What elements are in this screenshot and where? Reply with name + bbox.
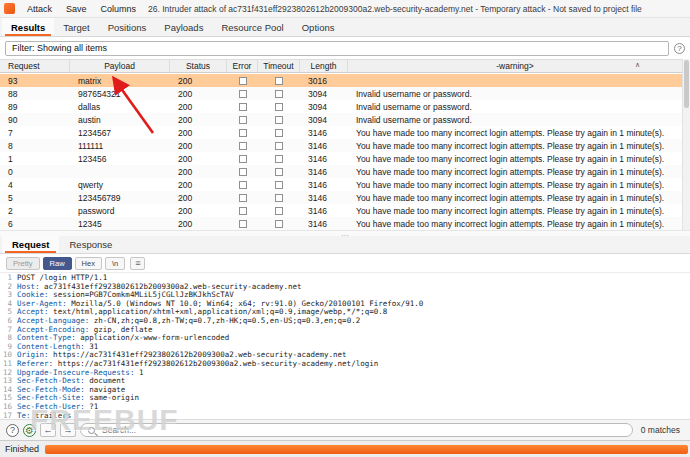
cell-length: 3146 [300, 193, 348, 203]
tab-response[interactable]: Response [59, 236, 122, 253]
cell-tim [258, 180, 300, 190]
next-match-button[interactable]: → [60, 423, 76, 437]
help-circle-icon[interactable]: ? [6, 424, 19, 437]
cell-request: 5 [0, 193, 70, 203]
cell-err [227, 89, 258, 99]
column-header-length[interactable]: Length [300, 60, 348, 72]
table-row[interactable]: 11234562003146You have made too many inc… [0, 152, 682, 165]
error-checkbox[interactable] [239, 168, 247, 176]
timeout-checkbox[interactable] [275, 103, 283, 111]
error-checkbox[interactable] [239, 220, 247, 228]
tab-payloads[interactable]: Payloads [155, 18, 212, 36]
raw-button[interactable]: Raw [43, 257, 72, 270]
timeout-checkbox[interactable] [275, 168, 283, 176]
timeout-checkbox[interactable] [275, 155, 283, 163]
sort-ascending-icon[interactable]: ∧ [635, 61, 640, 69]
newline-toggle-button[interactable]: \n [105, 257, 125, 270]
cell-warning: You have made too many incorrect login a… [348, 128, 682, 138]
cell-request: 8 [0, 141, 70, 151]
timeout-checkbox[interactable] [275, 77, 283, 85]
table-row[interactable]: 889876543212003094Invalid username or pa… [0, 87, 682, 100]
cell-err [227, 102, 258, 112]
error-checkbox[interactable] [239, 103, 247, 111]
editor-menu-icon[interactable]: ≡ [130, 257, 145, 270]
cell-warning: You have made too many incorrect login a… [348, 141, 682, 151]
error-checkbox[interactable] [239, 116, 247, 124]
column-header-timeout[interactable]: Timeout [258, 60, 300, 72]
tab-options[interactable]: Options [293, 18, 344, 36]
results-table-body: 93matrix2003016889876543212003094Invalid… [0, 74, 682, 230]
pretty-button[interactable]: Pretty [6, 257, 40, 270]
cell-request: 4 [0, 180, 70, 190]
error-checkbox[interactable] [239, 155, 247, 163]
status-bar: Finished [0, 440, 690, 457]
cell-payload: qwerty [70, 180, 170, 190]
table-row[interactable]: 51234567892003146You have made too many … [0, 191, 682, 204]
column-header-request[interactable]: Request [0, 60, 70, 72]
column-header-error[interactable]: Error [227, 60, 258, 72]
cell-length: 3146 [300, 167, 348, 177]
request-editor[interactable]: 1POST /login HTTP/1.12Host: ac731f431eff… [0, 272, 690, 419]
previous-match-button[interactable]: ← [40, 423, 56, 437]
message-tabs: Request Response [0, 236, 690, 254]
table-row[interactable]: 90austin2003094Invalid username or passw… [0, 113, 682, 126]
cell-warning: You have made too many incorrect login a… [348, 193, 682, 203]
error-checkbox[interactable] [239, 181, 247, 189]
menu-save[interactable]: Save [59, 2, 94, 16]
match-count: 0 matches [637, 425, 684, 435]
error-checkbox[interactable] [239, 194, 247, 202]
cell-request: 7 [0, 128, 70, 138]
timeout-checkbox[interactable] [275, 207, 283, 215]
request-line: 15Sec-Fetch-Site: same-origin [0, 394, 690, 403]
timeout-checkbox[interactable] [275, 181, 283, 189]
cell-payload: dallas [70, 102, 170, 112]
menu-attack[interactable]: Attack [20, 2, 59, 16]
timeout-checkbox[interactable] [275, 220, 283, 228]
timeout-checkbox[interactable] [275, 116, 283, 124]
table-row[interactable]: 2password2003146You have made too many i… [0, 204, 682, 217]
cell-tim [258, 102, 300, 112]
column-header-payload[interactable]: Payload [70, 60, 170, 72]
menu-columns[interactable]: Columns [94, 2, 144, 16]
filter-bar[interactable]: Filter: Showing all items [5, 41, 669, 56]
column-header-warning[interactable]: -warning> ∧ [348, 60, 682, 72]
timeout-checkbox[interactable] [275, 142, 283, 150]
error-checkbox[interactable] [239, 207, 247, 215]
cell-warning: You have made too many incorrect login a… [348, 167, 682, 177]
tab-resource-pool[interactable]: Resource Pool [212, 18, 292, 36]
table-scrollbar-thumb[interactable] [684, 60, 689, 108]
error-checkbox[interactable] [239, 77, 247, 85]
error-checkbox[interactable] [239, 142, 247, 150]
timeout-checkbox[interactable] [275, 194, 283, 202]
cell-request: 90 [0, 115, 70, 125]
cell-status: 200 [170, 193, 227, 203]
error-checkbox[interactable] [239, 90, 247, 98]
table-row[interactable]: 93matrix2003016 [0, 74, 682, 87]
request-line: 17Te: trailers [0, 412, 690, 420]
table-row[interactable]: 02003146You have made too many incorrect… [0, 165, 682, 178]
tab-request[interactable]: Request [2, 236, 59, 253]
table-row[interactable]: 89dallas2003094Invalid username or passw… [0, 100, 682, 113]
column-header-status[interactable]: Status [170, 60, 227, 72]
settings-gear-icon[interactable]: ⚙ [23, 424, 36, 437]
cell-status: 200 [170, 102, 227, 112]
hex-button[interactable]: Hex [75, 257, 102, 270]
timeout-checkbox[interactable] [275, 129, 283, 137]
cell-err [227, 206, 258, 216]
table-row[interactable]: 712345672003146You have made too many in… [0, 126, 682, 139]
table-row[interactable]: 4qwerty2003146You have made too many inc… [0, 178, 682, 191]
table-scrollbar[interactable] [682, 59, 690, 230]
timeout-checkbox[interactable] [275, 90, 283, 98]
cell-status: 200 [170, 167, 227, 177]
table-row[interactable]: 81111112003146You have made too many inc… [0, 139, 682, 152]
cell-length: 3146 [300, 154, 348, 164]
menu-bar: AttackSaveColumns [20, 2, 143, 16]
tab-target[interactable]: Target [54, 18, 98, 36]
cell-err [227, 219, 258, 229]
search-input[interactable] [100, 424, 625, 436]
tab-results[interactable]: Results [2, 18, 54, 36]
help-icon[interactable]: ? [674, 43, 685, 54]
tab-positions[interactable]: Positions [99, 18, 156, 36]
error-checkbox[interactable] [239, 129, 247, 137]
cell-warning: You have made too many incorrect login a… [348, 219, 682, 229]
